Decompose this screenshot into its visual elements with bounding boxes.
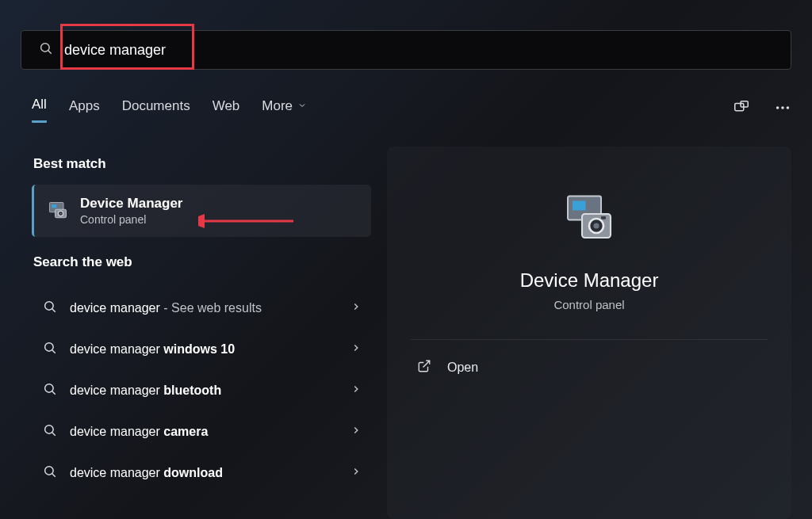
svg-point-5 <box>781 106 784 109</box>
tab-more[interactable]: More <box>262 98 307 122</box>
web-result-item[interactable]: device manager - See web results <box>32 288 371 329</box>
preview-subtitle: Control panel <box>553 298 624 311</box>
svg-point-6 <box>787 106 790 109</box>
chevron-right-icon <box>350 384 362 398</box>
web-result-text: device manager camera <box>70 425 338 439</box>
svg-line-17 <box>52 350 56 353</box>
best-match-header: Best match <box>32 139 371 185</box>
svg-line-21 <box>52 433 56 436</box>
svg-rect-10 <box>52 204 56 208</box>
chevron-right-icon <box>350 466 362 480</box>
tab-web[interactable]: Web <box>213 98 240 122</box>
svg-line-19 <box>52 391 56 395</box>
best-match-result[interactable]: Device Manager Control panel <box>32 185 371 237</box>
svg-point-16 <box>45 343 54 352</box>
preview-title: Device Manager <box>520 269 659 292</box>
more-options-icon[interactable] <box>774 99 791 120</box>
chevron-right-icon <box>350 342 362 357</box>
open-action[interactable]: Open <box>411 340 768 395</box>
chevron-down-icon <box>297 98 307 114</box>
web-result-text: device manager bluetooth <box>70 384 338 398</box>
search-icon <box>43 464 57 482</box>
web-results-list: device manager - See web results device … <box>32 288 371 494</box>
tab-more-label: More <box>262 98 293 114</box>
preview-panel: Device Manager Control panel Open <box>387 147 791 519</box>
tab-documents[interactable]: Documents <box>122 98 190 122</box>
svg-rect-25 <box>573 201 586 211</box>
tab-all[interactable]: All <box>32 97 47 123</box>
svg-point-0 <box>41 44 50 52</box>
web-result-text: device manager windows 10 <box>70 342 338 357</box>
search-input[interactable] <box>64 42 773 59</box>
svg-point-22 <box>45 467 54 475</box>
svg-point-28 <box>593 223 599 228</box>
best-match-title: Device Manager <box>80 196 182 212</box>
search-icon <box>43 382 57 399</box>
web-result-text: device manager download <box>70 466 338 480</box>
open-icon <box>417 359 431 376</box>
search-icon <box>39 41 53 59</box>
web-result-item[interactable]: device manager camera <box>32 411 371 452</box>
search-web-header: Search the web <box>32 237 371 283</box>
web-result-item[interactable]: device manager download <box>32 452 371 494</box>
feedback-icon[interactable] <box>733 99 750 120</box>
svg-point-4 <box>776 106 779 109</box>
web-result-item[interactable]: device manager bluetooth <box>32 370 371 411</box>
svg-line-1 <box>48 51 52 54</box>
web-result-text: device manager - See web results <box>70 301 338 315</box>
svg-point-13 <box>59 212 61 214</box>
search-icon <box>43 341 57 358</box>
svg-line-15 <box>52 309 56 312</box>
results-panel: Best match Device Manager Control panel … <box>32 139 371 519</box>
svg-point-14 <box>45 302 54 311</box>
svg-line-23 <box>52 474 56 477</box>
search-bar[interactable] <box>21 30 791 70</box>
device-manager-icon <box>47 200 69 222</box>
web-result-item[interactable]: device manager windows 10 <box>32 329 371 370</box>
tab-apps[interactable]: Apps <box>69 98 100 122</box>
chevron-right-icon <box>350 301 362 315</box>
svg-rect-3 <box>741 101 748 107</box>
chevron-right-icon <box>350 425 362 439</box>
device-manager-icon <box>561 190 618 247</box>
svg-line-30 <box>423 361 430 367</box>
search-icon <box>43 423 57 441</box>
svg-point-20 <box>45 426 54 434</box>
best-match-subtitle: Control panel <box>80 213 182 226</box>
open-label: Open <box>447 361 478 375</box>
filter-tabs: All Apps Documents Web More <box>32 97 791 123</box>
svg-point-18 <box>45 384 54 393</box>
svg-rect-29 <box>601 216 606 219</box>
search-icon <box>43 300 57 317</box>
